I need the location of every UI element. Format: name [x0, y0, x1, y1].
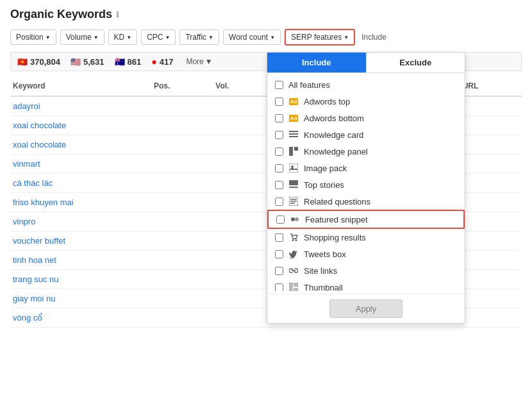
apply-button[interactable]: Apply	[329, 299, 403, 318]
more-button[interactable]: More ▼	[186, 57, 212, 66]
keyword-link[interactable]: vinpro	[13, 217, 35, 226]
chevron-down-icon: ▼	[208, 35, 213, 40]
feature-all[interactable]: All features	[267, 77, 465, 93]
vietnam-flag: 🇻🇳	[17, 57, 28, 67]
keyword-link[interactable]: vòng cổ	[13, 313, 42, 323]
svg-rect-2	[289, 136, 298, 137]
related-questions-icon	[288, 196, 299, 206]
keyword-link[interactable]: cá thác lác	[13, 178, 53, 188]
svg-rect-10	[290, 199, 297, 200]
feature-image-pack[interactable]: Image pack	[267, 160, 465, 176]
chevron-down-icon: ▼	[205, 57, 213, 66]
svg-rect-0	[289, 131, 298, 132]
info-icon: ℹ	[116, 10, 119, 19]
serp-features-filter[interactable]: SERP features ▼	[285, 29, 355, 46]
feature-knowledge-card-checkbox[interactable]	[275, 131, 283, 139]
feature-top-stories-checkbox[interactable]	[275, 181, 283, 189]
site-links-icon	[288, 265, 299, 276]
featured-snippet-icon	[290, 214, 300, 224]
thumbnail-icon	[288, 282, 299, 291]
chevron-down-icon: ▼	[165, 35, 170, 40]
keyword-link[interactable]: trang suc nu	[13, 274, 59, 284]
feature-list: All features Ad Adwords top Ad Adwords b…	[267, 73, 465, 291]
knowledge-panel-icon	[288, 146, 299, 156]
dropdown-tabs: Include Exclude	[267, 53, 465, 73]
keyword-link[interactable]: voucher buffet	[13, 236, 65, 246]
feature-site-links[interactable]: Site links	[267, 262, 465, 279]
svg-point-14	[295, 217, 299, 221]
feature-knowledge-card[interactable]: Knowledge card	[267, 126, 465, 143]
svg-rect-5	[289, 164, 298, 173]
svg-point-16	[295, 239, 297, 241]
svg-rect-12	[290, 203, 295, 204]
keyword-link[interactable]: xoai chocolate	[13, 121, 66, 130]
feature-tweets-box[interactable]: Tweets box	[267, 246, 465, 262]
word-count-filter[interactable]: Word count ▼	[223, 29, 281, 45]
top-stories-icon	[288, 180, 299, 190]
chevron-down-icon: ▼	[46, 35, 51, 40]
keyword-link[interactable]: xoai chocolate	[13, 140, 66, 149]
feature-thumbnail-checkbox[interactable]	[275, 283, 283, 292]
keyword-link[interactable]: friso khuyen mai	[13, 198, 74, 207]
filters-bar: Position ▼ Volume ▼ KD ▼ CPC ▼ Traffic ▼…	[10, 29, 522, 46]
svg-rect-4	[294, 147, 298, 151]
volume-filter[interactable]: Volume ▼	[60, 29, 104, 45]
feature-tweets-box-checkbox[interactable]	[275, 250, 283, 258]
chevron-down-icon: ▼	[94, 35, 99, 40]
tweets-box-icon	[288, 249, 299, 259]
svg-rect-8	[289, 187, 298, 188]
chevron-down-icon: ▼	[270, 35, 275, 40]
feature-all-checkbox[interactable]	[275, 81, 283, 89]
knowledge-card-icon	[288, 130, 299, 140]
keyword-link[interactable]: adayroi	[13, 101, 40, 111]
svg-rect-21	[294, 288, 297, 291]
include-label: Include	[362, 33, 387, 42]
tab-include[interactable]: Include	[267, 53, 366, 72]
traffic-filter[interactable]: Traffic ▼	[179, 29, 219, 45]
feature-adwords-top-checkbox[interactable]	[275, 97, 283, 106]
svg-rect-7	[289, 180, 298, 185]
adwords-bottom-icon: Ad	[288, 113, 299, 123]
feature-thumbnail[interactable]: Thumbnail	[267, 279, 465, 291]
svg-rect-19	[290, 283, 293, 291]
usa-flag: 🇺🇸	[71, 57, 81, 67]
svg-point-13	[291, 217, 295, 221]
stat-dot: ● 417	[151, 56, 173, 67]
kd-filter[interactable]: KD ▼	[108, 29, 138, 45]
feature-shopping-results-checkbox[interactable]	[275, 233, 283, 242]
chevron-down-icon: ▼	[344, 35, 349, 40]
stat-australia: 🇦🇺 861	[115, 57, 142, 67]
feature-adwords-top[interactable]: Ad Adwords top	[267, 93, 465, 110]
feature-shopping-results[interactable]: Shopping results	[267, 229, 465, 246]
feature-related-questions-checkbox[interactable]	[275, 198, 283, 206]
feature-featured-snippet-checkbox[interactable]	[276, 215, 285, 224]
shopping-results-icon	[288, 232, 299, 242]
stat-usa: 🇺🇸 5,631	[71, 57, 104, 67]
feature-adwords-bottom[interactable]: Ad Adwords bottom	[267, 110, 465, 126]
keyword-link[interactable]: giay moi nu	[13, 294, 55, 303]
cpc-filter[interactable]: CPC ▼	[141, 29, 176, 45]
svg-rect-11	[290, 201, 297, 202]
feature-adwords-bottom-checkbox[interactable]	[275, 114, 283, 122]
apply-row: Apply	[267, 294, 465, 323]
adwords-top-icon: Ad	[288, 96, 299, 106]
svg-rect-1	[289, 133, 298, 135]
chevron-down-icon: ▼	[126, 35, 131, 40]
feature-featured-snippet[interactable]: Featured snippet	[267, 210, 465, 229]
svg-rect-3	[289, 147, 293, 156]
keyword-link[interactable]: vinmart	[13, 159, 40, 169]
dot-icon: ●	[151, 56, 156, 67]
feature-site-links-checkbox[interactable]	[275, 267, 283, 275]
feature-knowledge-panel[interactable]: Knowledge panel	[267, 143, 465, 160]
feature-top-stories[interactable]: Top stories	[267, 176, 465, 193]
feature-knowledge-panel-checkbox[interactable]	[275, 147, 283, 156]
position-filter[interactable]: Position ▼	[10, 29, 56, 45]
serp-features-dropdown: Include Exclude All features Ad Adwords …	[267, 52, 465, 324]
tab-exclude[interactable]: Exclude	[366, 53, 465, 72]
feature-image-pack-checkbox[interactable]	[275, 164, 283, 173]
svg-point-15	[292, 239, 294, 241]
keyword-link[interactable]: tinh hoa net	[13, 255, 56, 265]
australia-flag: 🇦🇺	[115, 57, 125, 67]
feature-related-questions[interactable]: Related questions	[267, 193, 465, 210]
page-title: Organic Keywords ℹ	[10, 8, 522, 21]
